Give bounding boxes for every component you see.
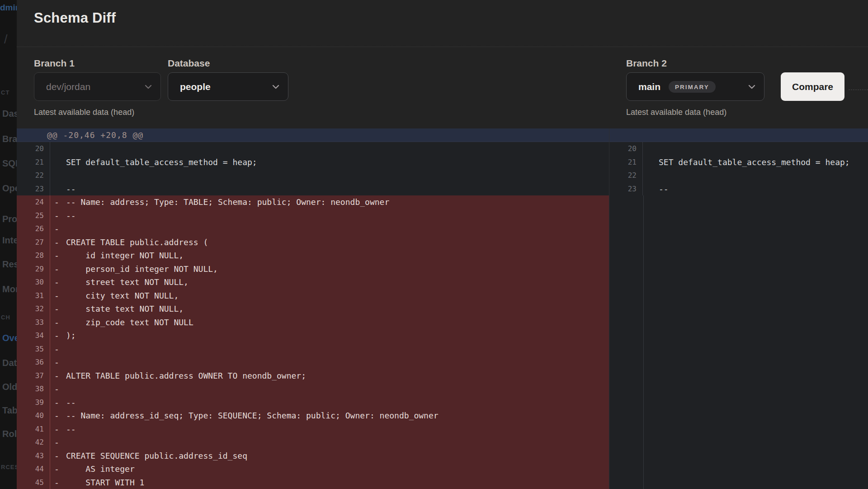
hunk-header: @@ -20,46 +20,8 @@: [17, 128, 609, 142]
line-content: ---: [50, 423, 609, 436]
removed-marker: -: [54, 369, 59, 383]
diff-row-removed: 31- city text NOT NULL,: [17, 289, 609, 303]
removed-marker: -: [54, 342, 59, 356]
compare-button[interactable]: Compare: [781, 72, 844, 101]
sidebar-item[interactable]: Ope: [2, 183, 17, 194]
sidebar-item[interactable]: Mon: [2, 284, 17, 294]
database-value: people: [180, 81, 211, 92]
branch2-value: main: [638, 81, 660, 92]
line-number: 22: [609, 169, 643, 182]
diff-row-removed: 45- START WITH 1: [17, 476, 609, 489]
line-number: 23: [609, 182, 643, 196]
diff-row-removed: 39---: [17, 396, 609, 409]
line-content: -);: [50, 329, 609, 342]
diff-row-removed: 26-: [17, 222, 609, 236]
line-content: [643, 169, 868, 182]
line-number: 34: [17, 329, 50, 342]
line-number: 22: [17, 169, 50, 182]
hunk-header-right: [609, 128, 868, 142]
sidebar-item[interactable]: Inte: [2, 235, 17, 246]
line-content: - zip_code text NOT NULL: [50, 316, 609, 329]
sidebar-item[interactable]: Das: [2, 109, 17, 119]
sidebar-item[interactable]: SQL: [2, 158, 17, 169]
diff-row-removed: 37-ALTER TABLE public.address OWNER TO n…: [17, 369, 609, 383]
line-content: - id integer NOT NULL,: [50, 249, 609, 262]
line-content: - START WITH 1: [50, 476, 609, 489]
diff-row-removed: 27-CREATE TABLE public.address (: [17, 236, 609, 249]
line-number: 35: [17, 342, 50, 356]
line-content: ---: [50, 209, 609, 223]
branch2-label: Branch 2: [626, 58, 667, 69]
line-content: -: [50, 222, 609, 236]
sidebar-section-label: CH: [1, 314, 10, 321]
sidebar-item[interactable]: Old: [2, 382, 17, 392]
line-number: 26: [17, 222, 50, 236]
sidebar-item[interactable]: Rol: [2, 429, 17, 439]
sidebar-item[interactable]: Bra: [2, 134, 17, 144]
branch2-select[interactable]: main PRIMARY: [626, 72, 764, 101]
removed-marker: -: [54, 409, 59, 423]
removed-marker: -: [54, 449, 59, 463]
line-number: 25: [17, 209, 50, 223]
line-content: - state text NOT NULL,: [50, 302, 609, 316]
line-number: 21: [17, 156, 50, 169]
database-select[interactable]: people: [168, 72, 288, 101]
diff-row: 21SET default_table_access_method = heap…: [17, 156, 609, 169]
diff-row: 20: [609, 142, 868, 156]
sidebar-item[interactable]: Tab: [2, 405, 17, 416]
sidebar-item[interactable]: Ove: [2, 333, 17, 343]
line-number: 24: [17, 195, 50, 209]
primary-badge: PRIMARY: [669, 81, 716, 93]
schema-diff-viewer: @@ -20,46 +20,8 @@ 2021SET default_table…: [17, 128, 868, 489]
diff-row: 23--: [17, 182, 609, 196]
line-number: 29: [17, 262, 50, 276]
line-content: - AS integer: [50, 462, 609, 476]
diff-row-removed: 40--- Name: address_id_seq; Type: SEQUEN…: [17, 409, 609, 423]
line-number: 28: [17, 249, 50, 262]
line-content: [50, 169, 609, 182]
removed-marker: -: [54, 329, 59, 342]
line-content: --- Name: address_id_seq; Type: SEQUENCE…: [50, 409, 609, 423]
line-number: 45: [17, 476, 50, 489]
diff-row-removed: 25---: [17, 209, 609, 223]
line-content: [50, 142, 609, 156]
chevron-down-icon: [747, 82, 757, 94]
line-number: 33: [17, 316, 50, 329]
sidebar-item[interactable]: Res: [2, 259, 17, 270]
diff-row-removed: 24--- Name: address; Type: TABLE; Schema…: [17, 195, 609, 209]
diff-row-removed: 28- id integer NOT NULL,: [17, 249, 609, 262]
diff-row-removed: 33- zip_code text NOT NULL: [17, 316, 609, 329]
removed-marker: -: [54, 289, 59, 303]
line-number: 31: [17, 289, 50, 303]
line-content: - street text NOT NULL,: [50, 275, 609, 289]
removed-marker: -: [54, 356, 59, 369]
branch1-select[interactable]: dev/jordan: [34, 72, 161, 101]
sidebar-item[interactable]: Dat: [2, 358, 17, 368]
line-number: 43: [17, 449, 50, 463]
branch1-value: dev/jordan: [46, 81, 90, 92]
line-content: ---: [50, 396, 609, 409]
removed-marker: -: [54, 396, 59, 409]
line-number: 27: [17, 236, 50, 249]
diff-row-removed: 32- state text NOT NULL,: [17, 302, 609, 316]
diff-row: 21SET default_table_access_method = heap…: [609, 156, 868, 169]
sidebar-item[interactable]: Pro: [2, 214, 17, 224]
diff-pane-branch2: 2021SET default_table_access_method = he…: [609, 128, 868, 489]
sidebar-section-label: RCES: [1, 464, 17, 470]
line-content: --- Name: address; Type: TABLE; Schema: …: [50, 195, 609, 209]
removed-marker: -: [54, 382, 59, 396]
removed-marker: -: [54, 236, 59, 249]
diff-row-removed: 44- AS integer: [17, 462, 609, 476]
line-content: - person_id integer NOT NULL,: [50, 262, 609, 276]
line-content: SET default_table_access_method = heap;: [50, 156, 609, 169]
line-number: 44: [17, 462, 50, 476]
chevron-down-icon: [271, 82, 281, 94]
sidebar-breadcrumb-slash: /: [4, 33, 8, 47]
line-content: -: [50, 436, 609, 449]
removed-marker: -: [54, 249, 59, 262]
line-content: -ALTER TABLE public.address OWNER TO neo…: [50, 369, 609, 383]
sidebar-section-label: CT: [1, 89, 9, 96]
removed-marker: -: [54, 209, 59, 223]
sidebar: dmin/CTDasBraSQLOpeProInteResMonCHOveDat…: [0, 0, 17, 489]
line-number: 32: [17, 302, 50, 316]
